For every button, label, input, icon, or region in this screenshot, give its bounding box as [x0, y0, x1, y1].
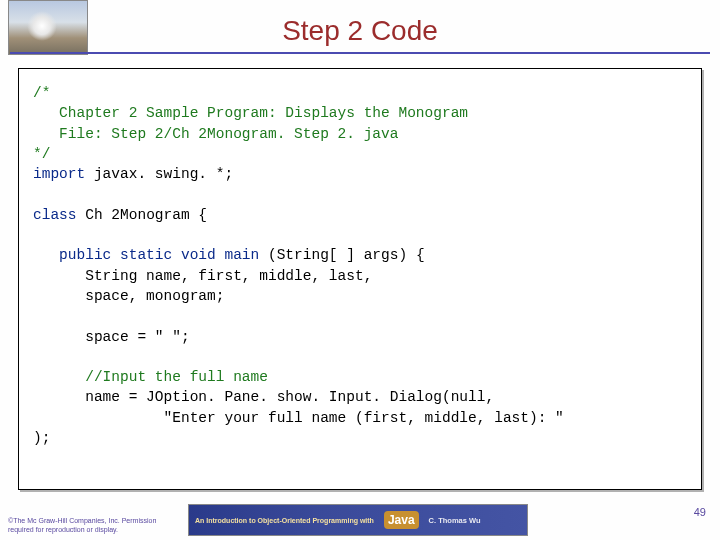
- assign-line: space = " ";: [33, 329, 190, 345]
- decl-line: String name, first, middle, last,: [33, 268, 372, 284]
- banner-author: C. Thomas Wu: [429, 516, 481, 525]
- method-signature: (String[ ] args) {: [268, 247, 425, 263]
- banner-lang-badge: Java: [384, 511, 419, 529]
- banner-intro: An Introduction to Object-Oriented Progr…: [195, 517, 374, 524]
- copyright-line: ©The Mc Graw-Hill Companies, Inc. Permis…: [8, 517, 156, 524]
- comment-line: File: Step 2/Ch 2Monogram. Step 2. java: [33, 126, 398, 142]
- copyright-text: ©The Mc Graw-Hill Companies, Inc. Permis…: [8, 517, 156, 534]
- comment-line: /*: [33, 85, 50, 101]
- footer: ©The Mc Graw-Hill Companies, Inc. Permis…: [0, 498, 720, 540]
- keyword-method: public static void main: [33, 247, 268, 263]
- decl-line: space, monogram;: [33, 288, 224, 304]
- keyword-import: import: [33, 166, 94, 182]
- comment-line: //Input the full name: [33, 369, 268, 385]
- class-name: Ch 2Monogram {: [85, 207, 207, 223]
- import-package: javax. swing. *;: [94, 166, 233, 182]
- comment-line: */: [33, 146, 50, 162]
- comment-line: Chapter 2 Sample Program: Displays the M…: [33, 105, 468, 121]
- copyright-line: required for reproduction or display.: [8, 526, 118, 533]
- keyword-class: class: [33, 207, 85, 223]
- assign-line: name = JOption. Pane. show. Input. Dialo…: [33, 389, 494, 405]
- title-underline: [10, 52, 710, 54]
- code-container: /* Chapter 2 Sample Program: Displays th…: [18, 68, 702, 490]
- page-number: 49: [694, 506, 706, 518]
- slide-title: Step 2 Code: [0, 15, 720, 47]
- code-block: /* Chapter 2 Sample Program: Displays th…: [33, 83, 687, 448]
- close-line: );: [33, 430, 50, 446]
- assign-line: "Enter your full name (first, middle, la…: [33, 410, 564, 426]
- book-banner: An Introduction to Object-Oriented Progr…: [188, 504, 528, 536]
